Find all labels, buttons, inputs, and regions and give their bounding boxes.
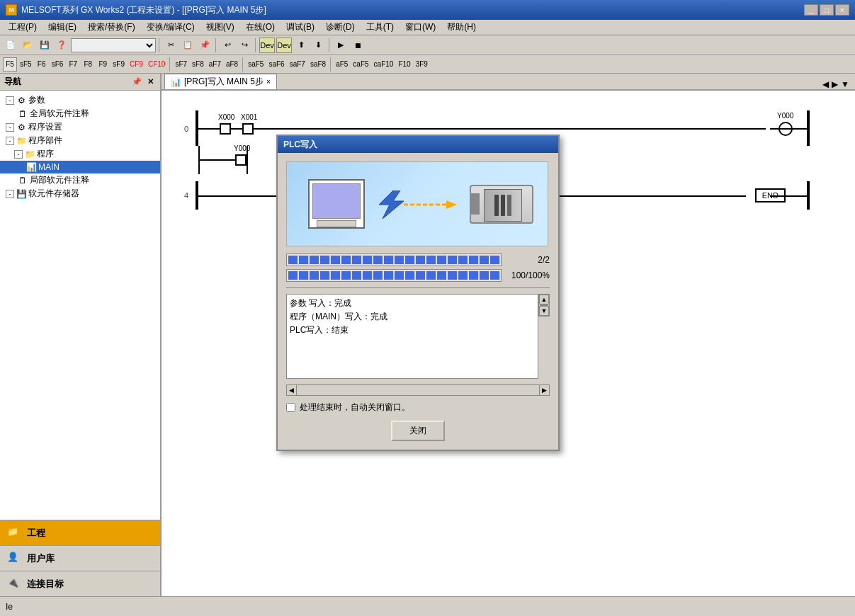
minimize-button[interactable]: _ xyxy=(804,4,818,16)
nav-close-btn[interactable]: ✕ xyxy=(145,76,156,87)
tree-item-main[interactable]: 📊 MAIN xyxy=(0,161,160,173)
f6-btn[interactable]: F6 xyxy=(35,57,49,72)
menu-help[interactable]: 帮助(H) xyxy=(441,20,482,35)
undo-btn[interactable]: ↩ xyxy=(220,38,235,53)
tree-item-local-comment[interactable]: 🗒 局部软元件注释 xyxy=(0,173,160,187)
caf10-btn[interactable]: caF10 xyxy=(372,57,396,72)
caf5-btn[interactable]: caF5 xyxy=(351,57,370,72)
write-plc-btn[interactable]: ⬆ xyxy=(293,38,309,53)
menu-debug[interactable]: 调试(B) xyxy=(281,20,320,35)
save-btn[interactable]: 💾 xyxy=(37,38,52,53)
scroll-up-btn[interactable]: ▲ xyxy=(539,295,549,304)
main-tab[interactable]: 📊 [PRG]写入 MAIN 5步 × xyxy=(164,74,277,89)
toolbar-sep-3 xyxy=(255,38,256,52)
new-btn[interactable]: 📄 xyxy=(3,38,18,53)
f5-btn[interactable]: F5 xyxy=(3,57,17,72)
step-4: 4 xyxy=(167,191,188,200)
saf7-btn[interactable]: saF7 xyxy=(288,57,307,72)
monitor-btn[interactable]: ▶ xyxy=(333,38,349,53)
menu-project[interactable]: 工程(P) xyxy=(3,20,43,35)
paste-btn[interactable]: 📌 xyxy=(197,38,213,53)
sf5-btn[interactable]: sF5 xyxy=(18,57,34,72)
tab-close-btn[interactable]: × xyxy=(266,78,271,86)
tree-item-params[interactable]: - ⚙ 参数 xyxy=(0,93,160,107)
tree-expand-prog-parts[interactable]: - xyxy=(6,137,14,145)
hscroll-right-btn[interactable]: ▶ xyxy=(539,385,549,395)
device-mem-icon: 💾 xyxy=(16,188,27,200)
menu-transform[interactable]: 变换/编译(C) xyxy=(141,20,200,35)
lightning-icon xyxy=(379,187,464,222)
log-entry-2: PLC写入：结束 xyxy=(290,324,535,336)
sf8-btn[interactable]: sF8 xyxy=(190,57,206,72)
plc-write-dialog[interactable]: PLC写入 xyxy=(276,135,560,451)
tree-expand-program[interactable]: - xyxy=(14,150,23,159)
redo-btn[interactable]: ↪ xyxy=(237,38,252,53)
help-btn[interactable]: ❓ xyxy=(54,38,69,53)
saf8-btn[interactable]: saF8 xyxy=(308,57,328,72)
cut-btn[interactable]: ✂ xyxy=(163,38,179,53)
nav-tab-project[interactable]: 📁 工程 xyxy=(0,520,160,545)
af8-btn[interactable]: aF8 xyxy=(224,57,240,72)
tree-expand-device-mem[interactable]: - xyxy=(6,190,14,198)
window-controls[interactable]: _ □ × xyxy=(804,4,849,16)
log-hscrollbar[interactable]: ◀ ▶ xyxy=(286,384,550,396)
menu-tools[interactable]: 工具(T) xyxy=(361,20,400,35)
nav-pin-btn[interactable]: 📌 xyxy=(130,76,144,87)
hscroll-left-btn[interactable]: ◀ xyxy=(287,385,297,395)
tree-expand-prog-settings[interactable]: - xyxy=(6,123,14,132)
menu-view[interactable]: 视图(V) xyxy=(200,20,240,35)
af5-btn[interactable]: aF5 xyxy=(334,57,350,72)
copy-btn[interactable]: 📋 xyxy=(180,38,196,53)
open-btn[interactable]: 📂 xyxy=(20,38,35,53)
f7-btn[interactable]: F7 xyxy=(66,57,80,72)
nav-tab-connection[interactable]: 🔌 连接目标 xyxy=(0,571,160,596)
status-bar: Ie xyxy=(0,596,855,616)
maximize-button[interactable]: □ xyxy=(820,4,834,16)
dialog-btn-row: 关闭 xyxy=(286,421,550,441)
sf6-btn[interactable]: sF6 xyxy=(50,57,66,72)
tree-item-prog-parts[interactable]: - 📁 程序部件 xyxy=(0,134,160,147)
menu-online[interactable]: 在线(O) xyxy=(240,20,281,35)
tree-item-device-mem[interactable]: - 💾 软元件存储器 xyxy=(0,187,160,200)
menu-search[interactable]: 搜索/替换(F) xyxy=(82,20,141,35)
close-button[interactable]: × xyxy=(835,4,849,16)
menu-diag[interactable]: 诊断(D) xyxy=(320,20,361,35)
toolbar-combo[interactable] xyxy=(71,38,156,52)
compile2-btn[interactable]: Dev xyxy=(276,38,292,53)
log-scrollbar[interactable]: ▲ ▼ xyxy=(538,294,550,316)
af7-btn[interactable]: aF7 xyxy=(207,57,223,72)
f9-btn[interactable]: F9 xyxy=(96,57,110,72)
compile-btn[interactable]: Dev xyxy=(259,38,275,53)
userlib-tab-icon: 👤 xyxy=(7,552,21,566)
tree-item-program[interactable]: - 📁 程序 xyxy=(0,147,160,161)
read-plc-btn[interactable]: ⬇ xyxy=(310,38,326,53)
sf7-btn[interactable]: sF7 xyxy=(173,57,189,72)
tree-label-device-mem: 软元件存储器 xyxy=(28,188,79,200)
menu-window[interactable]: 窗口(W) xyxy=(400,20,441,35)
3f9-btn[interactable]: 3F9 xyxy=(414,57,430,72)
tab-menu-btn[interactable]: ▼ xyxy=(841,79,849,89)
close-button[interactable]: 关闭 xyxy=(391,421,445,441)
cf10-btn[interactable]: CF10 xyxy=(146,57,167,72)
f8-btn[interactable]: F8 xyxy=(81,57,95,72)
progress-row-2: 100/100% xyxy=(286,269,550,282)
scroll-down-btn[interactable]: ▼ xyxy=(539,306,549,316)
plc-connector xyxy=(471,193,480,215)
saf6-btn[interactable]: saF6 xyxy=(266,57,286,72)
stop-btn[interactable]: ⏹ xyxy=(350,38,366,53)
auto-close-checkbox[interactable] xyxy=(286,403,295,412)
saf5-btn[interactable]: saF5 xyxy=(246,57,266,72)
tree-item-prog-settings[interactable]: - ⚙ 程序设置 xyxy=(0,120,160,134)
tree-label-main: MAIN xyxy=(38,162,60,172)
tree-item-global-comment[interactable]: 🗒 全局软元件注释 xyxy=(0,107,160,120)
tab-prev-btn[interactable]: ◀ xyxy=(822,79,829,89)
nav-tab-userlib[interactable]: 👤 用户库 xyxy=(0,545,160,571)
f10-btn[interactable]: F10 xyxy=(396,57,412,72)
cf9-btn[interactable]: CF9 xyxy=(128,57,145,72)
sf9-btn[interactable]: sF9 xyxy=(111,57,127,72)
menu-edit[interactable]: 编辑(E) xyxy=(43,20,82,35)
log-area[interactable]: 参数 写入：完成 程序（MAIN）写入：完成 PLC写入：结束 xyxy=(286,294,538,379)
nav-header-buttons[interactable]: 📌 ✕ xyxy=(130,76,156,87)
tree-expand-params[interactable]: - xyxy=(6,96,14,105)
tab-next-btn[interactable]: ▶ xyxy=(832,79,838,89)
